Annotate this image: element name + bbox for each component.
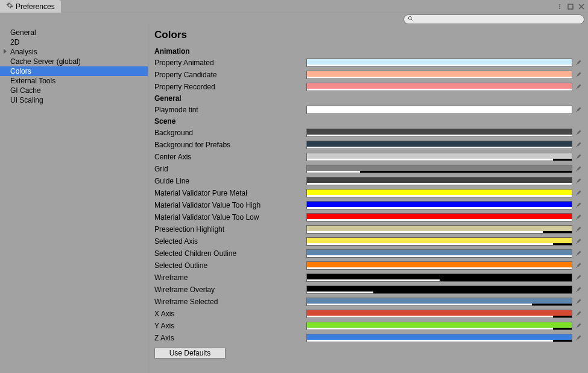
sidebar-item-label: GI Cache (10, 86, 41, 95)
eyedropper-icon[interactable] (574, 309, 583, 319)
sidebar-item-label: External Tools (10, 77, 55, 85)
color-swatch[interactable] (306, 129, 572, 137)
swatch-wrap (306, 249, 583, 258)
color-swatch[interactable] (306, 141, 572, 149)
eyedropper-icon[interactable] (574, 188, 583, 198)
swatch-wrap (306, 225, 583, 234)
eyedropper-icon[interactable] (574, 285, 583, 295)
sidebar-item-analysis[interactable]: Analysis (0, 47, 148, 57)
eyedropper-icon[interactable] (574, 152, 583, 162)
eyedropper-icon[interactable] (574, 273, 583, 282)
eyedropper-icon[interactable] (574, 225, 583, 234)
color-row: Grid (154, 163, 583, 175)
eyedropper-icon[interactable] (574, 237, 583, 246)
color-row: Wireframe (154, 272, 583, 284)
sidebar-item-label: General (10, 28, 36, 37)
main-panel: Colors AnimationProperty AnimatedPropert… (148, 24, 588, 373)
eyedropper-icon[interactable] (574, 261, 583, 270)
svg-point-0 (559, 4, 560, 5)
color-swatch[interactable] (306, 189, 572, 197)
color-swatch[interactable] (306, 237, 572, 246)
color-row: Playmode tint (154, 104, 583, 116)
color-label: Background (154, 129, 306, 137)
swatch-wrap (306, 152, 583, 162)
swatch-wrap (306, 297, 583, 307)
window-title: Preferences (16, 2, 55, 11)
eyedropper-icon[interactable] (574, 58, 583, 68)
search-input[interactable] (414, 16, 580, 23)
eyedropper-icon[interactable] (574, 128, 583, 138)
eyedropper-icon[interactable] (574, 200, 583, 210)
context-menu-icon[interactable] (555, 2, 564, 11)
eyedropper-icon[interactable] (574, 176, 583, 186)
sidebar-item-label: UI Scaling (10, 96, 43, 104)
color-row: Material Validator Value Too Low (154, 211, 583, 223)
sidebar-item-label: 2D (10, 38, 19, 46)
swatch-wrap (306, 237, 583, 246)
color-swatch[interactable] (306, 298, 572, 306)
sidebar-item-colors[interactable]: Colors (0, 66, 148, 76)
color-row: Material Validator Value Too High (154, 199, 583, 211)
color-label: Wireframe Overlay (154, 285, 306, 294)
color-swatch[interactable] (306, 225, 572, 234)
color-swatch[interactable] (306, 59, 572, 67)
eyedropper-icon[interactable] (574, 333, 583, 343)
color-swatch[interactable] (306, 273, 572, 282)
eyedropper-icon[interactable] (574, 249, 583, 258)
color-label: Material Validator Value Too Low (154, 213, 306, 222)
color-swatch[interactable] (306, 71, 572, 79)
close-icon[interactable] (577, 2, 586, 11)
color-swatch[interactable] (306, 153, 572, 161)
color-label: X Axis (154, 310, 306, 318)
swatch-wrap (306, 82, 583, 92)
window-tab[interactable]: Preferences (0, 0, 61, 13)
search-icon (408, 15, 414, 24)
eyedropper-icon[interactable] (574, 212, 583, 222)
use-defaults-button[interactable]: Use Defaults (154, 348, 226, 359)
color-swatch[interactable] (306, 177, 572, 185)
color-swatch[interactable] (306, 201, 572, 209)
color-swatch[interactable] (306, 322, 572, 330)
section-heading: Animation (154, 47, 583, 56)
sidebar-item-ui-scaling[interactable]: UI Scaling (0, 95, 148, 105)
sidebar-item-label: Colors (10, 67, 31, 75)
color-swatch[interactable] (306, 285, 572, 294)
color-label: Guide Line (154, 177, 306, 185)
color-row: Property Candidate (154, 69, 583, 81)
color-label: Background for Prefabs (154, 141, 306, 149)
sidebar-item-label: Analysis (10, 48, 37, 56)
swatch-wrap (306, 200, 583, 210)
color-row: Wireframe Overlay (154, 284, 583, 296)
sidebar-item-gi-cache[interactable]: GI Cache (0, 86, 148, 95)
search-box[interactable] (403, 14, 584, 24)
color-swatch[interactable] (306, 213, 572, 222)
color-row: Selected Axis (154, 235, 583, 247)
eyedropper-icon[interactable] (574, 140, 583, 150)
color-label: Material Validator Pure Metal (154, 189, 306, 197)
sidebar-item-cache-server-global-[interactable]: Cache Server (global) (0, 57, 148, 66)
eyedropper-icon[interactable] (574, 82, 583, 92)
color-swatch[interactable] (306, 83, 572, 91)
color-label: Grid (154, 165, 306, 173)
sidebar-item-2d[interactable]: 2D (0, 37, 148, 47)
color-swatch[interactable] (306, 310, 572, 318)
eyedropper-icon[interactable] (574, 70, 583, 80)
color-label: Selected Outline (154, 261, 306, 270)
color-label: Material Validator Value Too High (154, 201, 306, 209)
svg-point-4 (408, 16, 411, 19)
sidebar-item-general[interactable]: General (0, 28, 148, 37)
sidebar-item-external-tools[interactable]: External Tools (0, 76, 148, 86)
eyedropper-icon[interactable] (574, 164, 583, 174)
color-swatch[interactable] (306, 249, 572, 258)
maximize-icon[interactable] (566, 2, 575, 11)
eyedropper-icon[interactable] (574, 297, 583, 307)
color-swatch[interactable] (306, 261, 572, 270)
eyedropper-icon[interactable] (574, 321, 583, 331)
eyedropper-icon[interactable] (574, 105, 583, 115)
color-swatch[interactable] (306, 165, 572, 173)
color-swatch[interactable] (306, 106, 572, 114)
color-label: Z Axis (154, 334, 306, 342)
swatch-wrap (306, 164, 583, 174)
color-swatch[interactable] (306, 334, 572, 342)
swatch-wrap (306, 333, 583, 343)
